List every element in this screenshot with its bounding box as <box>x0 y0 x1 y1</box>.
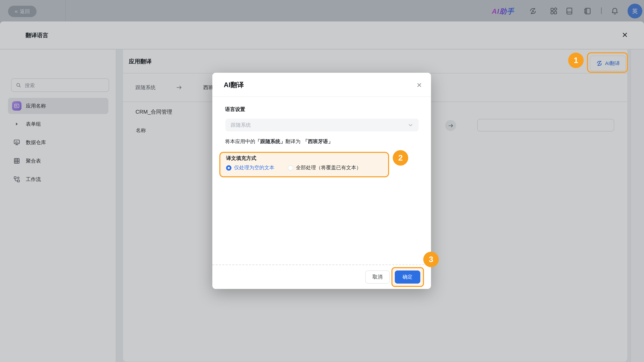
radio-all-label[interactable]: 全部处理（将覆盖已有文本） <box>296 165 361 171</box>
screen: « 返回 AI助手 A <box>0 0 644 362</box>
chevron-down-icon <box>408 122 413 128</box>
language-select[interactable]: 跟随系统 <box>226 119 418 131</box>
language-setting-label: 语言设置 <box>225 106 245 113</box>
step1-highlight-ring <box>587 52 628 73</box>
step3-badge: 3 <box>423 252 439 267</box>
dialog-title: AI翻译 <box>224 73 244 97</box>
confirm-button[interactable]: 确定 <box>395 271 420 284</box>
fill-mode-label: 译文填充方式 <box>226 155 382 162</box>
step2-highlight-ring: 译文填充方式 仅处理为空的文本 全部处理（将覆盖已有文本） <box>219 152 389 177</box>
dialog-close-icon[interactable]: ✕ <box>414 80 424 90</box>
language-select-value: 跟随系统 <box>231 122 408 128</box>
radio-empty-only-label[interactable]: 仅处理为空的文本 <box>234 165 274 171</box>
radio-all[interactable] <box>288 165 293 170</box>
radio-empty-only[interactable] <box>226 165 232 170</box>
footer-divider <box>212 265 431 265</box>
translate-description: 将本应用中的「跟随系统」翻译为「西班牙语」 <box>225 138 333 145</box>
step1-badge: 1 <box>568 53 584 68</box>
cancel-button[interactable]: 取消 <box>365 271 390 284</box>
ai-translate-dialog: AI翻译 ✕ 语言设置 跟随系统 将本应用中的「跟随系统」翻译为「西班牙语」 译… <box>212 73 431 289</box>
dialog-header: AI翻译 ✕ <box>212 73 431 97</box>
step2-badge: 2 <box>393 150 408 166</box>
